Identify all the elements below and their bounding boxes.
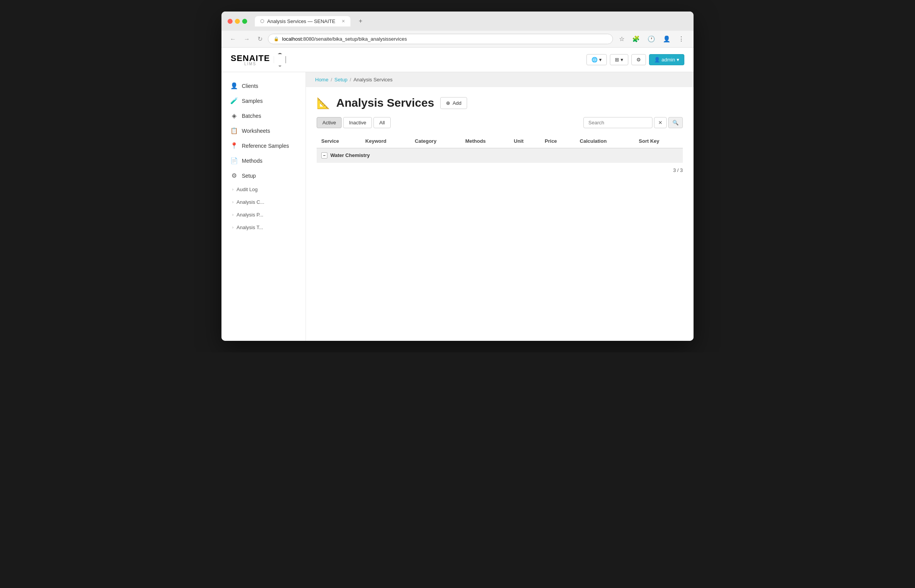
category-name: Water Chemistry xyxy=(330,152,370,158)
sidebar-item-setup[interactable]: ⚙ Setup xyxy=(221,168,306,183)
new-tab-button[interactable]: + xyxy=(355,15,366,27)
url-text: localhost:8080/senaite/bika_setup/bika_a… xyxy=(282,36,407,42)
col-sort-key: Sort Key xyxy=(634,134,683,148)
sidebar-label-batches: Batches xyxy=(242,113,261,119)
page-title-row: 📐 Analysis Services ⊕ Add xyxy=(317,96,683,109)
sidebar-item-reference-samples[interactable]: 📍 Reference Samples xyxy=(221,138,306,153)
batches-icon: ◈ xyxy=(230,112,238,119)
logo-hex-icon xyxy=(273,53,287,67)
sidebar-item-methods[interactable]: 📄 Methods xyxy=(221,153,306,168)
tab-title: Analysis Services — SENAITE xyxy=(267,18,335,24)
main-content: Home / Setup / Analysis Services 📐 Analy… xyxy=(306,72,694,341)
sidebar-sub-label-analysis-t: Analysis T... xyxy=(236,225,263,230)
header-actions: 🌐 ▾ ⊞ ▾ ⚙ 👤 admin ▾ xyxy=(586,54,684,65)
logo: SENAITE LIMS xyxy=(231,53,287,67)
content-area: 📐 Analysis Services ⊕ Add Active Inactiv… xyxy=(306,87,694,187)
table-header-row: Service Keyword Category Methods Unit Pr… xyxy=(317,134,683,148)
collapse-icon[interactable]: − xyxy=(321,152,327,159)
breadcrumb-home[interactable]: Home xyxy=(315,77,329,83)
sidebar-label-setup: Setup xyxy=(242,173,256,179)
sidebar-sub-audit-log[interactable]: › Audit Log xyxy=(221,183,306,196)
sidebar-sub-analysis-c[interactable]: › Analysis C... xyxy=(221,196,306,208)
extension-icon[interactable]: 🧩 xyxy=(629,34,643,44)
maximize-dot[interactable] xyxy=(242,19,247,24)
methods-icon: 📄 xyxy=(230,157,238,164)
category-cell: − Water Chemistry xyxy=(317,148,683,163)
bookmark-icon[interactable]: ☆ xyxy=(616,34,628,44)
url-host: localhost: xyxy=(282,36,303,42)
reload-button[interactable]: ↻ xyxy=(255,34,265,44)
breadcrumb: Home / Setup / Analysis Services xyxy=(306,72,694,87)
analysis-services-icon: 📐 xyxy=(317,97,330,109)
search-row: ✕ 🔍 xyxy=(583,117,683,128)
filter-active-button[interactable]: Active xyxy=(317,117,342,128)
history-icon[interactable]: 🕐 xyxy=(644,34,658,44)
browser-window: ⬡ Analysis Services — SENAITE ✕ + ← → ↻ … xyxy=(221,12,694,341)
app-body: 👤 Clients 🧪 Samples ◈ Batches 📋 Workshee… xyxy=(221,72,694,341)
browser-toolbar: ← → ↻ 🔒 localhost:8080/senaite/bika_setu… xyxy=(221,31,694,48)
chevron-right-icon-2: › xyxy=(232,200,233,204)
grid-icon: ⊞ xyxy=(615,57,619,63)
pagination-label: 3 / 3 xyxy=(673,167,683,173)
menu-icon[interactable]: ⋮ xyxy=(675,34,687,44)
address-bar[interactable]: 🔒 localhost:8080/senaite/bika_setup/bika… xyxy=(268,34,613,44)
breadcrumb-sep-2: / xyxy=(350,77,351,83)
tab-close-button[interactable]: ✕ xyxy=(342,19,345,24)
sidebar-item-samples[interactable]: 🧪 Samples xyxy=(221,93,306,108)
sidebar-label-clients: Clients xyxy=(242,83,258,89)
admin-button[interactable]: 👤 admin ▾ xyxy=(649,54,684,65)
browser-dots xyxy=(228,19,247,24)
filter-buttons: Active Inactive All xyxy=(317,117,391,128)
breadcrumb-setup[interactable]: Setup xyxy=(334,77,347,83)
sidebar-label-worksheets: Worksheets xyxy=(242,128,270,134)
add-button[interactable]: ⊕ Add xyxy=(440,97,467,109)
admin-chevron: ▾ xyxy=(677,57,679,63)
table-header: Service Keyword Category Methods Unit Pr… xyxy=(317,134,683,148)
page-title: Analysis Services xyxy=(336,96,434,109)
breadcrumb-sep-1: / xyxy=(331,77,332,83)
sidebar-sub-analysis-t[interactable]: › Analysis T... xyxy=(221,221,306,234)
logo-text-block: SENAITE LIMS xyxy=(231,53,270,66)
table-row: − Water Chemistry xyxy=(317,148,683,163)
sidebar-sub-label-analysis-p: Analysis P... xyxy=(236,212,263,218)
close-dot[interactable] xyxy=(228,19,233,24)
pagination: 3 / 3 xyxy=(317,163,683,178)
worksheets-icon: 📋 xyxy=(230,127,238,134)
browser-tab[interactable]: ⬡ Analysis Services — SENAITE ✕ xyxy=(255,16,350,26)
globe-button[interactable]: 🌐 ▾ xyxy=(586,54,607,65)
sidebar-item-clients[interactable]: 👤 Clients xyxy=(221,78,306,93)
col-category: Category xyxy=(410,134,461,148)
browser-titlebar: ⬡ Analysis Services — SENAITE ✕ + xyxy=(221,12,694,31)
search-go-button[interactable]: 🔍 xyxy=(668,117,683,128)
search-input[interactable] xyxy=(583,117,652,128)
sidebar-label-reference-samples: Reference Samples xyxy=(242,143,289,149)
grid-button[interactable]: ⊞ ▾ xyxy=(610,54,628,65)
data-table: Service Keyword Category Methods Unit Pr… xyxy=(317,134,683,163)
forward-button[interactable]: → xyxy=(241,34,252,44)
minimize-dot[interactable] xyxy=(235,19,240,24)
filter-inactive-button[interactable]: Inactive xyxy=(343,117,372,128)
samples-icon: 🧪 xyxy=(230,97,238,104)
sidebar-item-worksheets[interactable]: 📋 Worksheets xyxy=(221,123,306,138)
settings-button[interactable]: ⚙ xyxy=(631,54,646,65)
profile-icon[interactable]: 👤 xyxy=(660,34,674,44)
filter-row: Active Inactive All ✕ 🔍 xyxy=(317,117,683,128)
globe-icon: 🌐 xyxy=(591,57,598,63)
back-button[interactable]: ← xyxy=(228,34,238,44)
breadcrumb-current: Analysis Services xyxy=(353,77,393,83)
gear-icon: ⚙ xyxy=(636,57,641,63)
lock-icon: 🔒 xyxy=(274,36,279,41)
clients-icon: 👤 xyxy=(230,82,238,89)
chevron-right-icon: › xyxy=(232,187,233,192)
user-icon: 👤 xyxy=(654,57,660,63)
search-clear-button[interactable]: ✕ xyxy=(654,117,667,128)
reference-samples-icon: 📍 xyxy=(230,142,238,149)
tab-icon: ⬡ xyxy=(260,18,264,24)
filter-all-button[interactable]: All xyxy=(373,117,390,128)
add-label: Add xyxy=(453,100,461,106)
sidebar-label-methods: Methods xyxy=(242,158,263,164)
url-path: 8080/senaite/bika_setup/bika_analysisser… xyxy=(303,36,407,42)
setup-icon: ⚙ xyxy=(230,172,238,179)
sidebar-sub-analysis-p[interactable]: › Analysis P... xyxy=(221,208,306,221)
sidebar-item-batches[interactable]: ◈ Batches xyxy=(221,108,306,123)
